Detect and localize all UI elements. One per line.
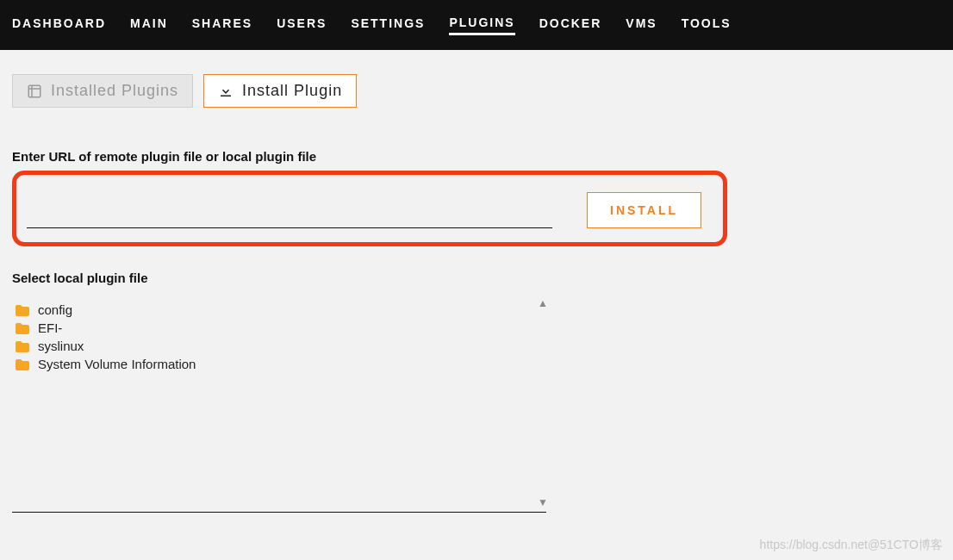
- list-item[interactable]: EFI-: [12, 319, 546, 337]
- download-icon: [218, 84, 234, 99]
- file-name: EFI-: [38, 320, 62, 335]
- url-install-highlight: INSTALL: [12, 171, 727, 246]
- folder-icon: [16, 358, 29, 370]
- nav-users[interactable]: USERS: [277, 16, 327, 34]
- nav-main[interactable]: MAIN: [130, 16, 168, 34]
- svg-rect-0: [28, 85, 40, 97]
- nav-docker[interactable]: DOCKER: [539, 16, 602, 34]
- tab-installed-plugins[interactable]: Installed Plugins: [12, 74, 193, 108]
- list-item[interactable]: config: [12, 301, 546, 319]
- scroll-up-icon[interactable]: ▲: [538, 297, 548, 309]
- tab-label: Install Plugin: [242, 82, 342, 100]
- svg-rect-1: [221, 95, 231, 96]
- nav-settings[interactable]: SETTINGS: [351, 16, 425, 34]
- file-name: syslinux: [38, 339, 84, 353]
- list-item[interactable]: syslinux: [12, 337, 546, 355]
- watermark-text: https://blog.csdn.net@51CTO博客: [760, 538, 943, 553]
- select-file-label: Select local plugin file: [12, 271, 941, 285]
- top-nav: DASHBOARD MAIN SHARES USERS SETTINGS PLU…: [0, 0, 953, 50]
- list-item[interactable]: System Volume Information: [12, 355, 546, 373]
- tab-label: Installed Plugins: [51, 82, 178, 100]
- scroll-down-icon[interactable]: ▼: [538, 496, 548, 508]
- file-name: config: [38, 302, 72, 317]
- plugin-tabs: Installed Plugins Install Plugin: [12, 74, 941, 108]
- folder-icon: [16, 340, 29, 352]
- nav-tools[interactable]: TOOLS: [682, 16, 732, 34]
- tab-install-plugin[interactable]: Install Plugin: [203, 74, 357, 108]
- file-name: System Volume Information: [38, 357, 196, 371]
- folder-icon: [16, 304, 29, 315]
- local-file-list[interactable]: ▲ config EFI- syslinux: [12, 297, 546, 513]
- folder-icon: [16, 322, 29, 333]
- nav-shares[interactable]: SHARES: [192, 16, 252, 34]
- plugin-icon: [27, 84, 42, 99]
- nav-plugins[interactable]: PLUGINS: [449, 16, 514, 35]
- nav-dashboard[interactable]: DASHBOARD: [12, 16, 106, 34]
- nav-vms[interactable]: VMS: [626, 16, 657, 34]
- plugin-url-input[interactable]: [27, 203, 552, 228]
- install-button[interactable]: INSTALL: [587, 192, 701, 228]
- url-label: Enter URL of remote plugin file or local…: [12, 149, 941, 164]
